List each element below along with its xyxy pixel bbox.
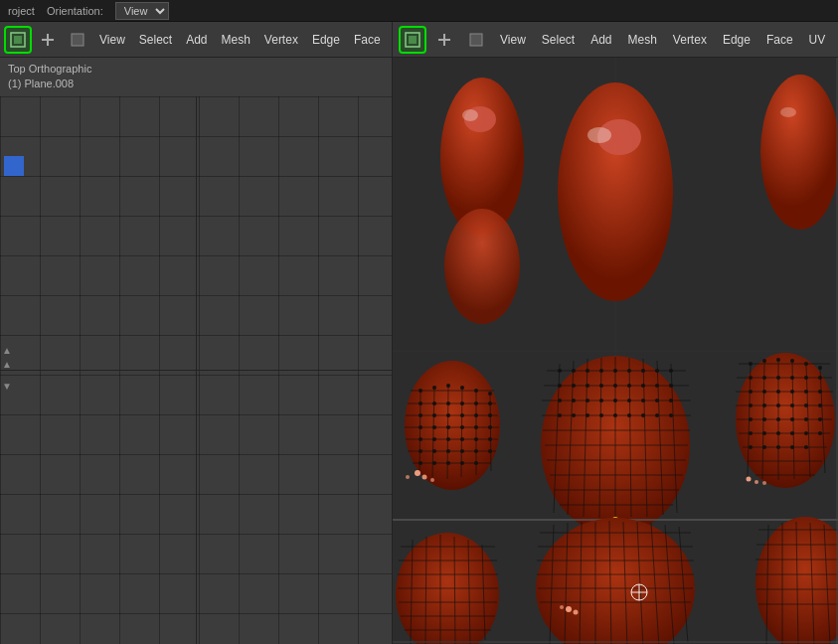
menu-face[interactable]: Face [348, 29, 387, 51]
arrow-top: ▲ [2, 359, 12, 370]
svg-point-198 [572, 399, 576, 402]
right-menu-mesh[interactable]: Mesh [622, 29, 663, 51]
svg-point-23 [558, 82, 673, 301]
menu-add[interactable]: Add [180, 29, 213, 51]
svg-point-237 [804, 403, 808, 407]
svg-point-240 [762, 417, 766, 421]
right-obj-button[interactable] [462, 26, 490, 54]
svg-point-244 [818, 417, 822, 421]
svg-point-214 [669, 413, 673, 417]
svg-point-86 [762, 481, 766, 485]
menu-vertex[interactable]: Vertex [258, 29, 304, 51]
right-menu-edge[interactable]: Edge [717, 29, 756, 51]
svg-point-171 [460, 449, 464, 453]
svg-point-187 [669, 369, 673, 373]
svg-point-85 [754, 480, 758, 484]
menu-edge[interactable]: Edge [306, 29, 346, 51]
arrow-mid1: ▲ [2, 345, 12, 356]
svg-point-190 [586, 384, 589, 388]
right-menu-vertex[interactable]: Vertex [667, 29, 713, 51]
svg-point-182 [599, 369, 603, 373]
right-menu-view[interactable]: View [494, 29, 532, 51]
project-label: roject [8, 5, 35, 17]
svg-point-189 [572, 384, 576, 388]
svg-point-159 [460, 425, 464, 429]
svg-point-144 [419, 402, 422, 405]
right-edit-mode-button[interactable] [399, 26, 426, 54]
svg-point-143 [488, 392, 492, 396]
right-add-button[interactable] [430, 26, 458, 54]
svg-point-139 [432, 386, 436, 390]
right-menu-add[interactable]: Add [585, 29, 617, 51]
svg-point-179 [558, 369, 562, 373]
svg-point-255 [804, 445, 808, 449]
svg-point-208 [586, 413, 589, 417]
svg-point-191 [599, 384, 603, 388]
orientation-label: Orientation: [47, 5, 103, 17]
svg-point-254 [790, 445, 794, 449]
svg-point-185 [641, 369, 645, 373]
right-panel[interactable]: View Select Add Mesh Vertex Edge Face UV… [393, 22, 838, 644]
menu-view[interactable]: View [93, 29, 131, 51]
right-menu-face[interactable]: Face [760, 29, 799, 51]
svg-point-169 [432, 449, 436, 453]
left-canvas[interactable]: ▲ ▼ ▲ [0, 96, 392, 644]
svg-rect-1 [14, 36, 22, 44]
svg-point-181 [586, 369, 589, 373]
svg-point-236 [790, 403, 794, 407]
svg-point-178 [474, 461, 478, 465]
svg-point-165 [460, 437, 464, 441]
menu-mesh[interactable]: Mesh [216, 29, 256, 51]
svg-point-205 [669, 399, 673, 402]
svg-point-251 [749, 445, 753, 449]
right-menu-select[interactable]: Select [536, 29, 581, 51]
right-menu-uv[interactable]: UV [803, 29, 832, 51]
svg-point-155 [488, 413, 492, 417]
svg-point-173 [488, 449, 492, 453]
svg-point-166 [474, 437, 478, 441]
svg-point-184 [627, 369, 631, 373]
svg-point-247 [776, 431, 780, 435]
svg-point-177 [460, 461, 464, 465]
svg-point-222 [762, 376, 766, 380]
svg-point-188 [558, 384, 562, 388]
viewport-canvas[interactable] [393, 58, 838, 644]
add-button[interactable] [34, 26, 62, 54]
svg-point-141 [460, 386, 464, 390]
svg-point-245 [749, 431, 753, 435]
svg-point-225 [804, 376, 808, 380]
svg-point-227 [749, 390, 753, 394]
svg-point-45 [430, 478, 434, 482]
svg-point-160 [474, 425, 478, 429]
svg-rect-4 [72, 34, 84, 46]
object-mode-button[interactable] [64, 26, 91, 54]
svg-point-164 [446, 437, 450, 441]
svg-point-192 [613, 384, 617, 388]
svg-point-209 [599, 413, 603, 417]
os-bar: roject Orientation: View [0, 0, 838, 22]
svg-point-216 [762, 359, 766, 363]
svg-point-138 [419, 389, 422, 393]
svg-point-246 [762, 431, 766, 435]
svg-point-168 [419, 449, 422, 453]
svg-point-199 [586, 399, 589, 402]
svg-point-201 [613, 399, 617, 402]
menu-bar: View Select Add Mesh Vertex Edge Face UV [0, 22, 392, 58]
edit-mode-button[interactable] [4, 26, 32, 54]
menu-select[interactable]: Select [133, 29, 178, 51]
svg-point-224 [790, 376, 794, 380]
svg-point-28 [444, 209, 520, 324]
svg-point-140 [446, 384, 450, 388]
svg-point-142 [474, 389, 478, 393]
svg-point-121 [574, 610, 579, 615]
svg-point-195 [655, 384, 659, 388]
svg-point-170 [446, 449, 450, 453]
svg-point-172 [474, 449, 478, 453]
svg-point-257 [462, 109, 478, 121]
svg-point-146 [446, 402, 450, 405]
svg-point-151 [432, 413, 436, 417]
svg-point-202 [627, 399, 631, 402]
svg-point-229 [776, 390, 780, 394]
svg-point-233 [749, 403, 753, 407]
view-select[interactable]: View [115, 2, 169, 20]
